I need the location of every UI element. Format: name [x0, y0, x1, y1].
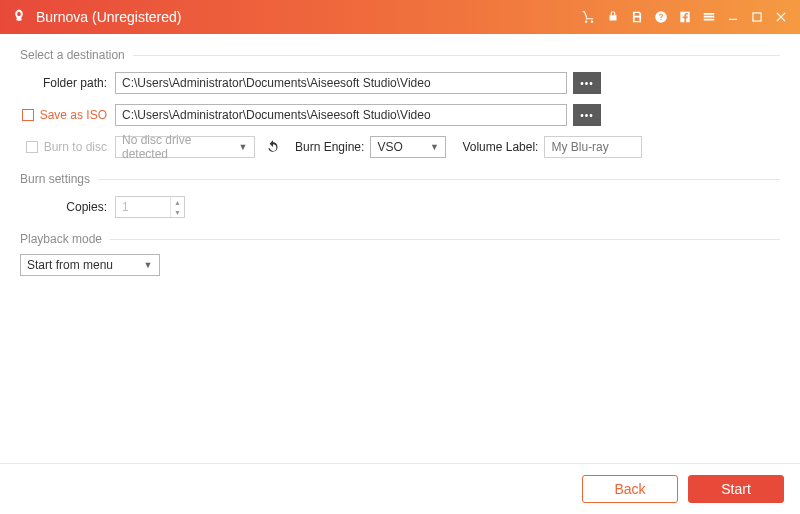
app-logo-icon — [10, 8, 28, 26]
copies-label: Copies: — [20, 200, 115, 214]
burn-engine-dropdown[interactable]: VSO ▼ — [370, 136, 446, 158]
chevron-down-icon: ▼ — [141, 260, 155, 270]
back-button[interactable]: Back — [582, 475, 678, 503]
register-icon[interactable] — [602, 6, 624, 28]
iso-path-input[interactable] — [115, 104, 567, 126]
burn-to-disc-label: Burn to disc — [44, 140, 107, 154]
volume-label-input[interactable] — [544, 136, 642, 158]
help-icon[interactable] — [650, 6, 672, 28]
svg-rect-0 — [729, 19, 737, 20]
folder-path-browse-button[interactable]: ••• — [573, 72, 601, 94]
section-destination-label: Select a destination — [20, 48, 125, 62]
folder-path-input[interactable] — [115, 72, 567, 94]
chevron-down-icon: ▼ — [236, 142, 250, 152]
menu-icon[interactable] — [698, 6, 720, 28]
app-window: Burnova (Unregistered) Select a destinat… — [0, 0, 800, 514]
save-as-iso-checkbox[interactable] — [22, 109, 34, 121]
copies-value: 1 — [116, 200, 170, 214]
footer: Back Start — [0, 464, 800, 514]
close-icon[interactable] — [770, 6, 792, 28]
facebook-icon[interactable] — [674, 6, 696, 28]
row-save-as-iso: Save as ISO ••• — [20, 104, 780, 126]
title-bar: Burnova (Unregistered) — [0, 0, 800, 34]
folder-path-label: Folder path: — [20, 76, 115, 90]
save-as-iso-label: Save as ISO — [40, 108, 107, 122]
app-title: Burnova (Unregistered) — [36, 9, 182, 25]
copies-up-icon[interactable]: ▲ — [171, 197, 184, 207]
section-burn-settings: Burn settings — [20, 172, 780, 186]
disc-drive-value: No disc drive detected — [122, 133, 236, 161]
burn-to-disc-checkbox[interactable] — [26, 141, 38, 153]
svg-rect-1 — [753, 13, 761, 21]
section-playback-mode-label: Playback mode — [20, 232, 102, 246]
volume-label-label: Volume Label: — [462, 140, 538, 154]
section-destination: Select a destination — [20, 48, 780, 62]
copies-down-icon[interactable]: ▼ — [171, 207, 184, 217]
maximize-icon[interactable] — [746, 6, 768, 28]
cart-icon[interactable] — [578, 6, 600, 28]
playback-mode-dropdown[interactable]: Start from menu ▼ — [20, 254, 160, 276]
disc-drive-dropdown[interactable]: No disc drive detected ▼ — [115, 136, 255, 158]
row-folder-path: Folder path: ••• — [20, 72, 780, 94]
start-button[interactable]: Start — [688, 475, 784, 503]
playback-mode-value: Start from menu — [27, 258, 141, 272]
burn-engine-label: Burn Engine: — [295, 140, 364, 154]
row-playback-mode: Start from menu ▼ — [20, 254, 780, 276]
minimize-icon[interactable] — [722, 6, 744, 28]
save-icon[interactable] — [626, 6, 648, 28]
iso-path-browse-button[interactable]: ••• — [573, 104, 601, 126]
content-area: Select a destination Folder path: ••• Sa… — [0, 34, 800, 464]
row-copies: Copies: 1 ▲ ▼ — [20, 196, 780, 218]
copies-stepper[interactable]: 1 ▲ ▼ — [115, 196, 185, 218]
row-burn-to-disc: Burn to disc No disc drive detected ▼ Bu… — [20, 136, 780, 158]
section-playback-mode: Playback mode — [20, 232, 780, 246]
chevron-down-icon: ▼ — [427, 142, 441, 152]
burn-engine-value: VSO — [377, 140, 427, 154]
section-burn-settings-label: Burn settings — [20, 172, 90, 186]
refresh-icon[interactable] — [263, 137, 283, 157]
